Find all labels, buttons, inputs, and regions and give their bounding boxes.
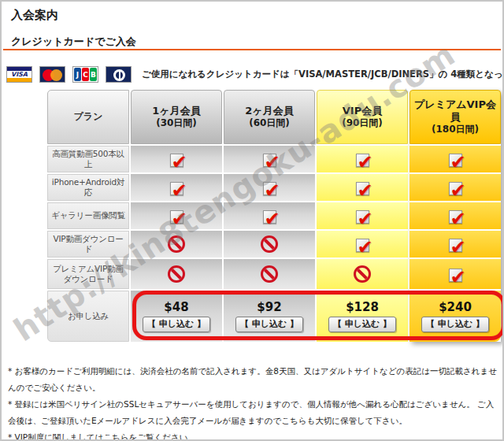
feature-cell	[410, 259, 501, 289]
orange-divider	[3, 49, 501, 50]
feature-cell	[410, 174, 501, 201]
plan-period: (30日間)	[156, 117, 197, 129]
not-available-icon	[168, 265, 185, 283]
accepted-cards-row: VISA JCB ご使用になれるクレジットカードは「VISA/MASTER/JC…	[6, 66, 504, 83]
note-vip-prefix: *	[8, 432, 12, 441]
jcb-card-icon: JCB	[72, 66, 98, 83]
feature-cell	[131, 231, 222, 258]
feature-cell	[317, 259, 408, 289]
plan-name: 1ヶ月会員	[152, 105, 200, 117]
note-vip: * VIP制度に関しましてはこちらをご覧ください。	[8, 429, 501, 441]
plan-column-header: VIP会員(90日間)	[317, 90, 408, 144]
price-label: $48	[164, 300, 188, 314]
feature-cell	[131, 202, 222, 229]
check-icon	[356, 182, 369, 195]
signup-button[interactable]: 【 申し込む 】	[235, 317, 303, 332]
check-icon	[449, 210, 462, 224]
plan-name: 2ヶ月会員	[245, 105, 293, 117]
feature-cell	[224, 174, 315, 201]
check-icon	[356, 239, 369, 252]
not-available-icon	[168, 235, 185, 253]
plan-column-4: プレミアムVIP会員(180日間)$240【 申し込む 】	[410, 90, 501, 342]
plan-column-header: プレミアムVIP会員(180日間)	[410, 90, 501, 144]
check-icon	[449, 182, 462, 195]
feature-row-label: VIP動画ダウンロード	[47, 231, 129, 258]
price-label: $240	[439, 300, 472, 314]
signup-cell: $128【 申し込む 】	[317, 291, 408, 342]
section-title: クレジットカードでご入会	[11, 35, 136, 49]
feature-cell	[317, 146, 408, 172]
signup-cell: $240【 申し込む 】	[410, 291, 501, 342]
plan-label-column: プラン高画質動画500本以上iPhone+Android対応ギャラリー画像閲覧V…	[47, 90, 129, 342]
diners-card-icon	[106, 66, 132, 83]
feature-cell	[317, 202, 408, 229]
check-icon	[356, 154, 369, 167]
feature-cell	[131, 146, 222, 172]
feature-cell	[131, 259, 222, 289]
feature-row-label: ギャラリー画像閲覧	[47, 202, 129, 229]
membership-page: 入会案内 クレジットカードでご入会 VISA JCB ご使用になれるクレジットカ…	[0, 0, 504, 441]
plan-period: (60日間)	[249, 117, 290, 129]
price-label: $128	[346, 300, 379, 314]
vip-info-link[interactable]: VIP制度に関しましてはこちらをご覧ください。	[15, 432, 196, 441]
feature-cell	[317, 231, 408, 258]
pricing-table: プラン高画質動画500本以上iPhone+Android対応ギャラリー画像閲覧V…	[47, 90, 501, 342]
feature-cell	[224, 259, 315, 289]
signup-button[interactable]: 【 申し込む 】	[421, 317, 489, 332]
feature-cell	[131, 174, 222, 201]
feature-cell	[410, 146, 501, 172]
check-icon	[449, 269, 462, 282]
mastercard-icon	[39, 66, 65, 83]
feature-cell	[410, 202, 501, 229]
feature-row-label: 高画質動画500本以上	[47, 146, 129, 172]
plan-corner-header: プラン	[47, 90, 129, 144]
signup-button[interactable]: 【 申し込む 】	[328, 317, 396, 332]
plan-column-1: 1ヶ月会員(30日間)$48【 申し込む 】	[131, 90, 222, 342]
check-icon	[170, 154, 183, 167]
signup-button[interactable]: 【 申し込む 】	[143, 317, 210, 332]
footer-notes: * お客様のカードご利用明細には、決済会社の名前で記入されます。金8天国、又はア…	[8, 363, 501, 441]
check-icon	[263, 182, 276, 195]
plan-period: (90日間)	[342, 117, 383, 129]
accepted-cards-note: ご使用になれるクレジットカードは「VISA/MASTER/JCB/DINERS」…	[142, 69, 504, 80]
note-billing: * お客様のカードご利用明細には、決済会社の名前で記入されます。金8天国、又はア…	[8, 363, 501, 396]
note-ssl: * 登録には米国ベリサイン社のSSLセキュアサーバーを使用しておりますので、個人…	[8, 396, 501, 429]
check-icon	[449, 239, 462, 252]
plan-period: (180日間)	[432, 124, 479, 135]
feature-cell	[224, 202, 315, 229]
page-title: 入会案内	[11, 8, 58, 23]
not-available-icon	[261, 265, 278, 283]
feature-cell	[317, 174, 408, 201]
check-icon	[449, 154, 462, 167]
feature-row-label: iPhone+Android対応	[47, 174, 129, 201]
not-available-icon	[354, 265, 371, 283]
feature-cell	[410, 231, 501, 258]
check-icon	[356, 210, 369, 224]
plan-column-header: 1ヶ月会員(30日間)	[131, 90, 222, 144]
plan-column-3: VIP会員(90日間)$128【 申し込む 】	[317, 90, 408, 342]
signup-row-label: お申し込み	[47, 291, 129, 342]
feature-row-label: プレミアムVIP動画ダウンロード	[47, 259, 129, 289]
check-icon	[170, 210, 183, 224]
signup-cell: $48【 申し込む 】	[131, 291, 222, 342]
feature-cell	[224, 146, 315, 172]
check-icon	[170, 182, 183, 195]
feature-cell	[224, 231, 315, 258]
check-icon	[263, 210, 276, 224]
plan-name: プレミアムVIP会員	[410, 98, 500, 124]
plan-column-2: 2ヶ月会員(60日間)$92【 申し込む 】	[224, 90, 315, 342]
not-available-icon	[261, 235, 278, 253]
check-icon	[263, 154, 276, 167]
visa-card-icon: VISA	[6, 66, 32, 83]
plan-column-header: 2ヶ月会員(60日間)	[224, 90, 315, 144]
signup-cell: $92【 申し込む 】	[224, 291, 315, 342]
price-label: $92	[257, 300, 281, 314]
plan-name: VIP会員	[343, 105, 382, 117]
